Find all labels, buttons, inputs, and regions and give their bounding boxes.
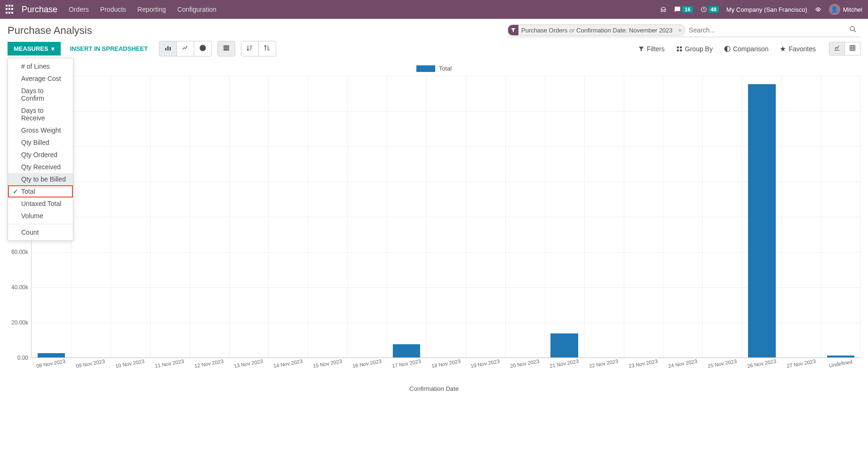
messages-badge: 16 (682, 6, 693, 13)
y-tick-label: 40.00k (11, 284, 28, 291)
measure-option[interactable]: Qty Ordered (8, 149, 73, 161)
measure-option-count[interactable]: Count (8, 226, 73, 238)
x-tick-label: 08 Nov 2023 (36, 358, 66, 369)
x-tick-label: 17 Nov 2023 (391, 358, 422, 369)
bar[interactable] (827, 356, 855, 358)
chart-type-group (159, 41, 212, 56)
search-input[interactable] (685, 24, 845, 36)
svg-rect-4 (169, 47, 171, 50)
chart-legend: Total (8, 65, 860, 72)
measure-option[interactable]: Qty Received (8, 161, 73, 173)
main-navbar: Purchase Orders Products Reporting Confi… (0, 0, 868, 19)
filters-button[interactable]: Filters (632, 42, 670, 55)
nav-products[interactable]: Products (100, 6, 126, 13)
debug-icon[interactable] (815, 6, 821, 13)
x-tick-label: 09 Nov 2023 (75, 358, 105, 369)
x-tick-label: Undefined (828, 359, 852, 369)
x-tick-label: 26 Nov 2023 (747, 358, 777, 369)
caret-down-icon: ▾ (51, 45, 55, 52)
measure-option[interactable]: Average Cost (8, 72, 73, 85)
measure-option[interactable]: Volume (8, 210, 73, 222)
svg-rect-5 (223, 46, 229, 47)
svg-rect-9 (680, 46, 682, 48)
x-axis-title: Confirmation Date (8, 385, 860, 392)
x-tick-label: 12 Nov 2023 (194, 358, 224, 369)
x-tick-label: 13 Nov 2023 (233, 358, 263, 369)
x-tick-label: 24 Nov 2023 (668, 358, 698, 369)
sort-group (241, 41, 276, 56)
x-tick-label: 10 Nov 2023 (115, 358, 145, 369)
x-tick-label: 20 Nov 2023 (510, 358, 540, 369)
svg-point-1 (850, 26, 854, 31)
legend-label: Total (439, 65, 452, 72)
bar[interactable] (393, 344, 421, 357)
svg-rect-13 (850, 46, 855, 51)
stacked-icon[interactable] (218, 41, 235, 56)
facet-remove[interactable]: × (676, 27, 685, 34)
bar[interactable] (550, 333, 578, 357)
x-tick-label: 16 Nov 2023 (352, 358, 382, 369)
sort-desc-icon[interactable] (241, 41, 259, 56)
x-tick-label: 21 Nov 2023 (549, 358, 580, 369)
y-tick-label: 20.00k (11, 319, 28, 326)
groupby-button[interactable]: Group By (670, 42, 718, 55)
svg-rect-7 (223, 49, 229, 51)
apps-icon[interactable] (6, 5, 15, 14)
x-tick-label: 27 Nov 2023 (786, 358, 816, 369)
search-bar[interactable]: Purchase Orders or Confirmation Date: No… (508, 24, 860, 37)
x-tick-label: 25 Nov 2023 (707, 358, 737, 369)
measure-option[interactable]: Gross Weight (8, 124, 73, 136)
nav-reporting[interactable]: Reporting (137, 6, 166, 13)
x-tick-label: 19 Nov 2023 (470, 358, 501, 369)
company-switcher[interactable]: My Company (San Francisco) (726, 6, 807, 13)
svg-rect-10 (677, 49, 679, 51)
comparison-button[interactable]: Comparison (718, 42, 774, 55)
measure-option[interactable]: Days to Receive (8, 104, 73, 124)
x-tick-label: 22 Nov 2023 (589, 358, 619, 369)
support-icon[interactable] (660, 6, 667, 13)
legend-swatch (416, 65, 435, 72)
measure-option[interactable]: Qty to be Billed (8, 173, 73, 185)
measures-button[interactable]: MEASURES ▾ (8, 42, 61, 55)
control-panel: Purchase Analysis Purchase Orders or Con… (0, 19, 868, 60)
chart-area: Total 0.0020.00k40.00k60.00k 08 Nov 2023… (0, 60, 868, 402)
messages-button[interactable]: 16 (674, 6, 693, 13)
svg-rect-3 (167, 46, 169, 50)
pie-chart-icon[interactable] (194, 41, 211, 56)
favorites-button[interactable]: Favorites (774, 42, 821, 55)
stack-group (217, 41, 235, 56)
measure-option[interactable]: Untaxed Total (8, 198, 73, 210)
search-facet: Purchase Orders or Confirmation Date: No… (508, 24, 685, 36)
svg-rect-11 (680, 49, 682, 51)
svg-rect-6 (223, 47, 229, 49)
measure-option[interactable]: Qty Billed (8, 136, 73, 149)
pivot-view-icon[interactable] (845, 42, 860, 55)
nav-orders[interactable]: Orders (69, 6, 89, 13)
sort-asc-icon[interactable] (259, 41, 276, 56)
measure-option[interactable]: Total (8, 185, 73, 198)
svg-rect-8 (677, 46, 679, 48)
user-menu[interactable]: 👤 Mitchel (829, 4, 862, 15)
x-axis-labels: 08 Nov 202309 Nov 202310 Nov 202311 Nov … (31, 358, 860, 377)
insert-spreadsheet-button[interactable]: INSERT IN SPREADSHEET (64, 42, 153, 55)
measures-dropdown: # of LinesAverage CostDays to ConfirmDay… (8, 58, 73, 241)
x-tick-label: 14 Nov 2023 (273, 358, 303, 369)
y-tick-label: 60.00k (11, 249, 28, 255)
x-tick-label: 11 Nov 2023 (154, 358, 184, 369)
graph-view-icon[interactable] (829, 42, 845, 55)
activities-badge: 48 (709, 6, 719, 13)
measure-option[interactable]: Days to Confirm (8, 85, 73, 104)
filter-icon (508, 25, 518, 35)
measure-option[interactable]: # of Lines (8, 60, 73, 72)
x-tick-label: 18 Nov 2023 (431, 358, 461, 369)
line-chart-icon[interactable] (177, 41, 194, 56)
bar-chart-icon[interactable] (159, 41, 177, 56)
app-brand[interactable]: Purchase (22, 5, 57, 15)
search-icon[interactable] (845, 24, 860, 37)
bar[interactable] (748, 84, 776, 357)
activities-button[interactable]: 48 (701, 6, 719, 13)
bar[interactable] (38, 353, 65, 357)
measures-wrapper: MEASURES ▾ # of LinesAverage CostDays to… (8, 42, 61, 55)
facet-text: Purchase Orders or Confirmation Date: No… (518, 27, 676, 34)
nav-configuration[interactable]: Configuration (177, 6, 216, 13)
